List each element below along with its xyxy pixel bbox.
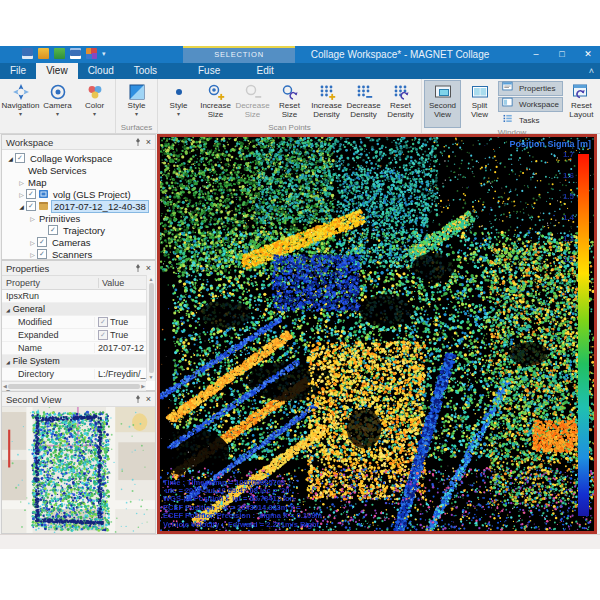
grid-icon[interactable] <box>86 48 97 59</box>
property-value: ✓True <box>94 330 146 340</box>
pin-icon[interactable] <box>134 138 142 146</box>
saveall-icon[interactable] <box>70 48 81 59</box>
main-3d-view[interactable]: Position Sigma [m] 1.71.61.51.41.31.2 Ti… <box>157 134 597 534</box>
properties-vertical-scrollbar[interactable]: ▲ ▼ <box>146 275 155 381</box>
property-row-directory[interactable]: DirectoryL:/Freydin/_ <box>2 368 146 381</box>
tree-item-label: Collage Workspace <box>28 153 114 164</box>
close-icon[interactable]: × <box>146 138 151 147</box>
close-button[interactable]: ✕ <box>582 46 594 63</box>
reset-size-button[interactable]: Reset Size <box>271 80 308 123</box>
tasks-button[interactable]: Tasks <box>498 113 563 128</box>
navigation-icon <box>12 82 30 102</box>
close-icon[interactable]: × <box>146 395 151 404</box>
property-row-expanded[interactable]: Expanded✓True <box>2 329 146 342</box>
reset-density-button[interactable]: Reset Density <box>382 80 419 123</box>
navigation-button[interactable]: Navigation▾ <box>2 80 39 123</box>
minimize-button[interactable]: – <box>530 46 542 63</box>
contextual-group-label: SELECTION <box>214 50 264 59</box>
category-expand-icon[interactable]: ◢ <box>6 359 10 365</box>
color-button[interactable]: Color▾ <box>76 80 113 123</box>
save-icon[interactable] <box>22 48 33 59</box>
tree-item-trajectory[interactable]: ✓Trajectory <box>2 224 155 236</box>
checkbox[interactable]: ✓ <box>26 201 36 211</box>
scroll-up-icon[interactable]: ▲ <box>149 276 154 282</box>
tree-item-cameras[interactable]: ▷✓Cameras <box>2 236 155 248</box>
scroll-right-icon[interactable]: ▶ <box>141 383 145 389</box>
expand-arrow-icon[interactable]: ▷ <box>28 239 37 246</box>
import-icon[interactable] <box>54 48 65 59</box>
tree-item-collage-workspace[interactable]: ◢✓Collage Workspace <box>2 152 155 164</box>
pointcloud-canvas[interactable] <box>160 137 594 531</box>
property-name: Modified <box>2 317 94 327</box>
status-bar <box>0 534 600 549</box>
tree-item-map[interactable]: ▷Map <box>2 176 155 188</box>
camera-button[interactable]: Camera▾ <box>39 80 76 123</box>
ribbon-group-misc: Navigation▾Camera▾Color▾ <box>0 79 116 133</box>
expand-arrow-icon[interactable]: ▷ <box>28 215 37 222</box>
scrollbar-thumb[interactable] <box>8 384 140 389</box>
reset-density-label: Reset Density <box>384 102 417 119</box>
map-canvas[interactable] <box>2 407 155 533</box>
expand-arrow-icon[interactable]: ▷ <box>17 179 26 186</box>
checkbox[interactable]: ✓ <box>37 249 47 259</box>
tree-item-primitives[interactable]: ▷Primitives <box>2 212 155 224</box>
checkbox[interactable]: ✓ <box>37 237 47 247</box>
value-checkbox[interactable]: ✓ <box>98 317 108 327</box>
style-label: Style <box>170 102 188 111</box>
reset-layout-icon <box>572 82 590 102</box>
property-row-file-system[interactable]: ◢File System <box>2 355 146 368</box>
decrease-size-button[interactable]: Decrease Size <box>234 80 271 123</box>
property-row-name[interactable]: Name2017-07-12 <box>2 342 146 355</box>
checkbox[interactable]: ✓ <box>48 225 58 235</box>
decrease-density-button[interactable]: Decrease Density <box>345 80 382 123</box>
property-row-general[interactable]: ◢General <box>2 303 146 316</box>
value-checkbox[interactable]: ✓ <box>98 330 108 340</box>
tree-item-web-services[interactable]: Web Services <box>2 164 155 176</box>
tab-view[interactable]: View <box>36 63 78 79</box>
tree-item-scanners[interactable]: ▷✓Scanners <box>2 248 155 260</box>
colorbar-label: 1.3 <box>550 234 574 243</box>
increase-density-button[interactable]: Increase Density <box>308 80 345 123</box>
expand-arrow-icon[interactable]: ▷ <box>17 191 26 198</box>
ribbon-group-surfaces: Style▾Surfaces <box>116 79 158 133</box>
collapse-arrow-icon[interactable]: ◢ <box>6 155 15 162</box>
pin-icon[interactable] <box>134 395 142 403</box>
pin-icon[interactable] <box>134 264 142 272</box>
properties-horizontal-scrollbar[interactable]: ◀ ▶ <box>2 381 146 390</box>
tab-tools[interactable]: Tools <box>124 63 167 79</box>
scrollbar-thumb[interactable] <box>149 283 154 373</box>
dropdown-caret-icon: ▾ <box>177 111 180 117</box>
ribbon-collapse-chevron[interactable]: ˄ <box>589 63 594 79</box>
collapse-arrow-icon[interactable]: ◢ <box>17 203 26 210</box>
property-row-ipsxrun[interactable]: IpsxRun <box>2 290 146 303</box>
checkbox[interactable]: ✓ <box>15 153 25 163</box>
split-view-button[interactable]: Split View <box>461 80 498 128</box>
tab-fuse[interactable]: Fuse <box>181 63 237 79</box>
expand-arrow-icon[interactable]: ▷ <box>28 251 37 258</box>
open-icon[interactable] <box>38 48 49 59</box>
toolbar-options-chevron[interactable]: ▾ <box>102 48 106 59</box>
category-expand-icon[interactable]: ◢ <box>6 307 10 313</box>
tab-edit[interactable]: Edit <box>237 63 293 79</box>
second-view-button[interactable]: Second View <box>424 80 461 128</box>
tree-item-2017-07-12-12-40-38[interactable]: ◢✓2017-07-12_12-40-38 <box>2 200 155 212</box>
tab-file[interactable]: File <box>0 63 36 79</box>
maximize-button[interactable]: □ <box>556 46 568 63</box>
checkbox[interactable]: ✓ <box>26 189 36 199</box>
property-row-modified[interactable]: Modified✓True <box>2 316 146 329</box>
properties-button[interactable]: Properties <box>498 81 563 96</box>
tree-item-volg-gls-project[interactable]: ▷✓volg (GLS Project) <box>2 188 155 200</box>
scroll-left-icon[interactable]: ◀ <box>3 383 7 389</box>
second-view-label: Second View <box>426 102 459 119</box>
increase-size-label: Increase Size <box>199 102 232 119</box>
increase-size-button[interactable]: Increase Size <box>197 80 234 123</box>
workspace-button[interactable]: Workspace <box>498 97 563 112</box>
tab-cloud[interactable]: Cloud <box>78 63 124 79</box>
style-button[interactable]: Style▾ <box>118 80 155 123</box>
reset-layout-button[interactable]: Reset Layout <box>563 80 600 128</box>
second-view-icon <box>434 82 452 102</box>
ribbon-tab-row: FileViewCloudToolsFuseEdit˄ <box>0 63 600 79</box>
close-icon[interactable]: × <box>146 264 151 273</box>
style-button[interactable]: Style▾ <box>160 80 197 123</box>
scroll-down-icon[interactable]: ▼ <box>149 374 154 380</box>
